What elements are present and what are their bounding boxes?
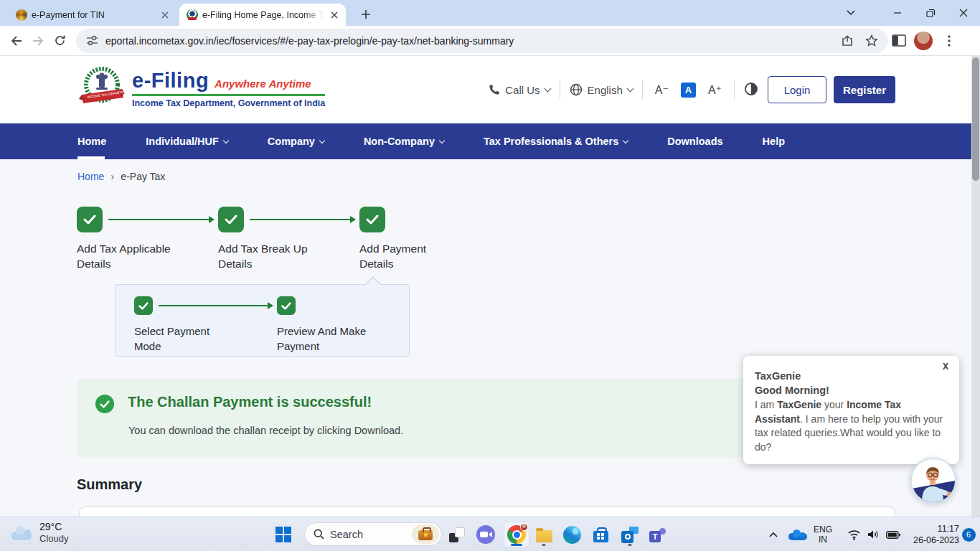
nav-item-downloads[interactable]: Downloads	[667, 123, 722, 159]
lang-line2: IN	[814, 534, 832, 545]
chat-button[interactable]	[473, 522, 499, 547]
brand-department: Income Tax Department, Government of Ind…	[132, 98, 325, 108]
font-default-button[interactable]: A	[681, 83, 696, 98]
browser-toolbar: eportal.incometax.gov.in/iec/foservices/…	[0, 26, 980, 56]
breadcrumb-home-link[interactable]: Home	[77, 171, 104, 182]
step-complete-icon	[77, 207, 103, 232]
divider	[734, 80, 735, 100]
running-app-dot	[628, 544, 632, 546]
task-view-button[interactable]	[444, 522, 470, 547]
page-scrollbar-thumb[interactable]	[972, 57, 979, 181]
nav-item-home[interactable]: Home	[77, 123, 106, 159]
window-controls	[881, 0, 980, 26]
running-app-dot	[542, 544, 546, 546]
taskbar-search[interactable]: Search	[304, 522, 442, 546]
nav-label: Non-Company	[364, 136, 435, 147]
contrast-icon	[744, 82, 758, 96]
nav-label: Company	[268, 136, 315, 147]
screen: e-Payment for TIN e-Filing Home Page, In…	[0, 0, 980, 551]
weather-text: 29°C Cloudy	[39, 521, 68, 545]
restore-button[interactable]	[914, 0, 947, 26]
step-label: Add Payment Details	[359, 241, 431, 271]
close-window-button[interactable]	[947, 0, 980, 26]
nav-label: Individual/HUF	[146, 136, 219, 147]
forward-button[interactable]	[27, 30, 49, 52]
divider	[560, 80, 560, 100]
wifi-icon	[847, 529, 861, 540]
font-decrease-button[interactable]: A⁻	[652, 83, 672, 97]
breadcrumb-separator: ›	[110, 170, 114, 182]
nav-item-tax-professionals[interactable]: Tax Professionals & Others	[484, 123, 628, 159]
register-button[interactable]: Register	[834, 76, 895, 103]
back-arrow-icon	[10, 35, 23, 47]
minimize-button[interactable]	[881, 0, 914, 26]
tab-close-icon[interactable]	[329, 9, 340, 21]
tab-close-icon[interactable]	[159, 9, 171, 21]
weather-widget[interactable]: 29°C Cloudy	[10, 521, 68, 545]
check-icon	[100, 400, 110, 408]
nav-item-help[interactable]: Help	[763, 123, 785, 159]
outlook-button[interactable]	[617, 522, 643, 547]
notification-center-button[interactable]: 6	[960, 522, 977, 547]
browser-profile-avatar[interactable]	[914, 32, 933, 50]
check-icon	[366, 215, 379, 225]
search-icon	[314, 529, 324, 540]
url-text[interactable]: eportal.incometax.gov.in/iec/foservices/…	[105, 35, 829, 47]
taxgenie-avatar-button[interactable]	[910, 458, 956, 504]
nav-item-company[interactable]: Company	[268, 123, 324, 159]
side-panel-button[interactable]	[888, 30, 910, 52]
language-menu[interactable]: English	[570, 83, 633, 96]
efiling-logo[interactable]: INCOME TAX DEPARTMENT e-Filing Anywhere …	[79, 65, 325, 112]
network-volume-battery[interactable]	[837, 522, 911, 547]
address-bar[interactable]: eportal.incometax.gov.in/iec/foservices/…	[76, 29, 888, 53]
clock-widget[interactable]: 11:17 26-06-2023	[913, 522, 960, 547]
taxgenie-popup: X TaxGenie Good Morning! I am TaxGenie y…	[743, 356, 959, 464]
hidden-icons-button[interactable]	[763, 522, 783, 547]
call-us-label: Call Us	[505, 84, 540, 96]
onedrive-button[interactable]	[786, 522, 809, 547]
tab-title: e-Filing Home Page, Income Ta	[202, 10, 324, 20]
login-button[interactable]: Login	[768, 76, 826, 103]
globe-icon	[570, 83, 583, 96]
font-increase-button[interactable]: A⁺	[705, 83, 725, 97]
taxgenie-close-button[interactable]: X	[939, 359, 952, 374]
back-button[interactable]	[6, 30, 27, 52]
tab-e-payment-tin[interactable]: e-Payment for TIN	[9, 4, 176, 26]
main-navigation: Home Individual/HUF Company Non-Company …	[0, 123, 980, 159]
site-settings-icon[interactable]	[86, 35, 98, 46]
plus-icon	[361, 9, 371, 19]
forward-arrow-icon	[32, 35, 44, 47]
edge-button[interactable]	[559, 522, 585, 547]
reload-icon	[54, 34, 66, 47]
browser-menu-button[interactable]	[938, 30, 960, 52]
chevron-down-icon	[626, 85, 633, 92]
minimize-icon	[893, 9, 902, 17]
contrast-toggle-button[interactable]	[744, 82, 758, 98]
page-viewport: INCOME TAX DEPARTMENT e-Filing Anywhere …	[0, 56, 980, 517]
nav-item-individual-huf[interactable]: Individual/HUF	[146, 123, 228, 159]
site-header: INCOME TAX DEPARTMENT e-Filing Anywhere …	[0, 56, 980, 123]
teams-button[interactable]: T	[645, 522, 671, 547]
nav-item-non-company[interactable]: Non-Company	[364, 123, 444, 159]
windows-taskbar: 29°C Cloudy Search	[0, 517, 980, 551]
three-dot-menu-icon	[948, 35, 951, 47]
new-tab-button[interactable]	[356, 4, 376, 24]
bookmark-button[interactable]	[865, 34, 878, 47]
tab-search-button[interactable]	[837, 0, 865, 26]
lang-line1: ENG	[814, 524, 832, 534]
microsoft-store-button[interactable]	[588, 522, 613, 547]
chevron-up-icon	[769, 532, 778, 537]
speaker-icon	[867, 529, 880, 540]
substep-complete-icon	[277, 296, 296, 315]
chevron-down-icon	[439, 138, 445, 143]
language-indicator[interactable]: ENG IN	[811, 522, 835, 547]
call-us-menu[interactable]: Call Us	[489, 84, 550, 96]
reload-button[interactable]	[49, 30, 70, 52]
file-explorer-button[interactable]	[531, 522, 557, 547]
taxgenie-name: TaxGenie	[755, 369, 948, 383]
nav-label: Downloads	[667, 136, 722, 147]
chrome-button[interactable]	[504, 522, 529, 547]
tab-efiling-home[interactable]: e-Filing Home Page, Income Ta	[179, 4, 346, 26]
share-button[interactable]	[841, 34, 854, 47]
start-button[interactable]	[270, 522, 296, 547]
